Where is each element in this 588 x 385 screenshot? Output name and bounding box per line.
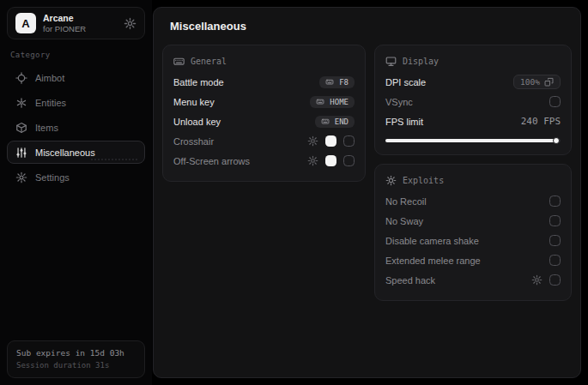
- row-off-screen-arrows: Off-Screen arrows: [173, 151, 355, 171]
- row-crosshair: Crosshair: [173, 131, 355, 151]
- dpi-scale-select[interactable]: 100%: [513, 75, 561, 89]
- checkbox[interactable]: [343, 135, 355, 147]
- row-label: Crosshair: [173, 136, 214, 147]
- sidebar-item-miscellaneous[interactable]: Miscellaneous: [7, 141, 145, 164]
- crosshair-icon: [15, 72, 27, 84]
- row-controls: [549, 96, 561, 107]
- sub-expiry-text: Sub expires in 15d 03h: [16, 347, 136, 359]
- column-left: GeneralBattle modeF8Menu keyHOMEUnload k…: [162, 45, 366, 182]
- row-settings-gear-icon[interactable]: [531, 274, 543, 286]
- keybind-button[interactable]: END: [315, 116, 355, 128]
- row-label: Unload key: [173, 117, 221, 127]
- row-extended-melee-range: Extended melee range: [385, 250, 561, 270]
- app-name: Arcane: [43, 13, 117, 24]
- sidebar-item-label: Settings: [35, 172, 70, 183]
- row-label: No Sway: [385, 216, 423, 226]
- fps-limit-value: 240 FPS: [521, 116, 561, 127]
- keyboard-icon: [324, 78, 335, 86]
- checkbox[interactable]: [343, 155, 355, 166]
- panel-title: General: [191, 57, 227, 66]
- sidebar-item-label: Aimbot: [35, 73, 64, 83]
- color-swatch[interactable]: [325, 135, 336, 147]
- sidebar-item-entities[interactable]: Entities: [7, 91, 145, 114]
- sidebar-item-label: Entities: [35, 98, 66, 108]
- row-controls: [549, 215, 561, 226]
- keyboard-icon: [320, 117, 330, 125]
- checkbox[interactable]: [549, 255, 561, 266]
- entities-icon: [15, 97, 27, 109]
- row-controls: [549, 235, 561, 246]
- row-unload-key: Unload keyEND: [173, 111, 355, 131]
- row-controls: F8: [319, 76, 355, 88]
- row-battle-mode: Battle modeF8: [173, 72, 355, 92]
- checkbox[interactable]: [549, 235, 561, 246]
- row-label: Speed hack: [385, 275, 435, 286]
- row-label: FPS limit: [385, 117, 423, 127]
- brand-text: Arcane for PIONER: [43, 13, 117, 34]
- sidebar-item-items[interactable]: Items: [7, 116, 145, 139]
- keybind-value: END: [335, 117, 349, 126]
- row-label: Off-Screen arrows: [173, 156, 250, 166]
- monitor-icon: [385, 56, 397, 67]
- sidebar-spacer: [7, 189, 145, 340]
- checkbox[interactable]: [549, 274, 561, 286]
- row-label: Extended melee range: [385, 256, 481, 266]
- row-label: Disable camera shake: [385, 236, 479, 246]
- row-speed-hack: Speed hack: [385, 270, 561, 290]
- row-disable-camera-shake: Disable camera shake: [385, 231, 561, 250]
- sidebar-item-settings[interactable]: Settings: [7, 165, 145, 189]
- checkbox[interactable]: [549, 215, 561, 226]
- sidebar-item-label: Miscellaneous: [35, 147, 95, 158]
- keybind-button[interactable]: F8: [319, 76, 355, 88]
- row-menu-key: Menu keyHOME: [173, 92, 355, 111]
- panel-header: Display: [385, 56, 561, 67]
- checkbox[interactable]: [549, 196, 561, 207]
- panel-title: Display: [403, 57, 439, 66]
- checkbox[interactable]: [549, 96, 561, 107]
- columns: GeneralBattle modeF8Menu keyHOMEUnload k…: [162, 45, 572, 301]
- fps-limit-slider[interactable]: [385, 136, 561, 144]
- gear-icon[interactable]: [124, 17, 136, 30]
- row-label: Battle mode: [173, 77, 224, 87]
- row-settings-gear-icon[interactable]: [307, 135, 318, 147]
- row-controls: [307, 135, 355, 147]
- app-subtitle: for PIONER: [43, 24, 117, 34]
- sidebar: A Arcane for PIONER Category AimbotEntit…: [0, 0, 152, 385]
- app-logo: A: [15, 13, 36, 33]
- slider-knob[interactable]: [553, 137, 560, 144]
- sliders-icon: [15, 147, 27, 159]
- row-controls: [307, 155, 355, 166]
- sidebar-nav: AimbotEntitiesItemsMiscellaneousSettings: [7, 66, 145, 189]
- row-settings-gear-icon[interactable]: [307, 155, 318, 166]
- keybind-value: F8: [339, 78, 349, 87]
- display-panel: DisplayDPI scale100%VSyncFPS limit240 FP…: [374, 45, 572, 155]
- exploits-panel: ExploitsNo RecoilNo SwayDisable camera s…: [374, 164, 572, 301]
- keyboard-icon: [173, 56, 185, 67]
- row-label: DPI scale: [385, 77, 426, 87]
- row-fps-limit: FPS limit240 FPS: [385, 111, 561, 131]
- row-label: VSync: [385, 97, 413, 107]
- row-controls: 240 FPS: [521, 116, 561, 127]
- panel-header: Exploits: [385, 175, 561, 186]
- panel-title: Exploits: [403, 176, 444, 185]
- keybind-value: HOME: [330, 98, 349, 106]
- column-right: DisplayDPI scale100%VSyncFPS limit240 FP…: [374, 45, 572, 301]
- main-panel: Miscellaneous GeneralBattle modeF8Menu k…: [153, 7, 581, 378]
- color-swatch[interactable]: [325, 155, 336, 166]
- brand-card[interactable]: A Arcane for PIONER: [7, 7, 145, 39]
- active-item-dots-decoration: [91, 156, 137, 160]
- items-icon: [15, 122, 27, 134]
- row-controls: [549, 196, 561, 207]
- session-duration-text: Session duration 31s: [16, 360, 136, 372]
- slider-fill: [385, 139, 557, 142]
- row-dpi-scale: DPI scale100%: [385, 72, 561, 92]
- sidebar-item-aimbot[interactable]: Aimbot: [7, 66, 145, 89]
- row-label: Menu key: [173, 97, 215, 107]
- row-no-recoil: No Recoil: [385, 191, 561, 211]
- row-controls: HOME: [310, 96, 355, 108]
- row-controls: [531, 274, 561, 286]
- general-panel: GeneralBattle modeF8Menu keyHOMEUnload k…: [162, 45, 366, 182]
- sidebar-item-label: Items: [35, 123, 58, 133]
- row-controls: END: [315, 116, 355, 128]
- keybind-button[interactable]: HOME: [310, 96, 355, 108]
